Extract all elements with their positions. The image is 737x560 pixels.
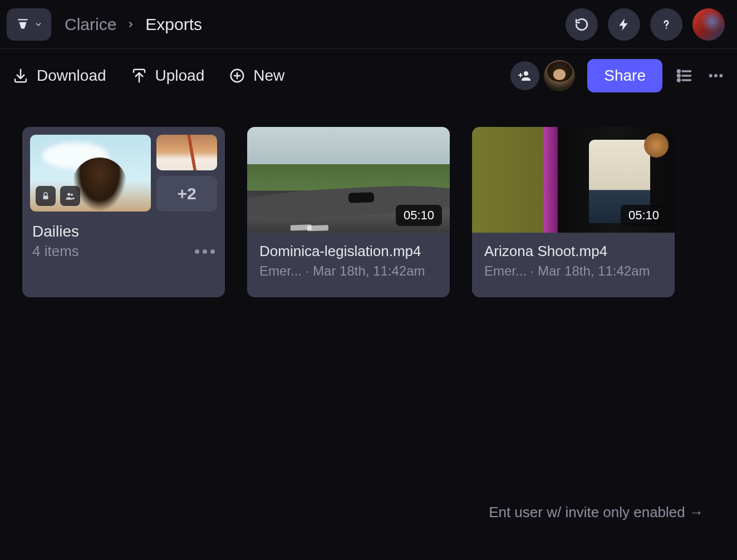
help-button[interactable] (650, 8, 682, 41)
folder-item-count: 4 items (32, 243, 79, 260)
upload-label: Upload (155, 67, 205, 85)
svg-point-7 (714, 74, 718, 77)
chevron-down-icon (35, 21, 42, 28)
file-subtitle: Emer... · Mar 18th, 11:42am (484, 263, 662, 279)
add-user-button[interactable] (510, 61, 539, 90)
action-bar: Download Upload New Share (0, 49, 737, 102)
folder-more-button[interactable] (195, 249, 215, 254)
footer-hint: Ent user w/ invite only enabled → (489, 504, 704, 521)
user-avatar[interactable] (692, 8, 725, 41)
refresh-button[interactable] (566, 8, 598, 41)
refresh-icon (574, 17, 589, 32)
list-icon (676, 67, 694, 85)
file-subtitle: Emer... · Mar 18th, 11:42am (259, 263, 438, 279)
upload-icon (131, 67, 148, 84)
svg-point-3 (677, 70, 680, 72)
file-title: Arizona Shoot.mp4 (484, 243, 662, 260)
locked-badge (36, 186, 56, 206)
svg-rect-9 (43, 195, 48, 199)
lock-icon (41, 191, 51, 201)
upload-button[interactable]: Upload (131, 67, 205, 85)
workspace-logo-icon (16, 17, 30, 32)
workspace-switcher[interactable] (7, 8, 51, 41)
folder-thumbnail-small (156, 135, 217, 170)
new-button[interactable]: New (229, 67, 284, 85)
svg-point-8 (719, 74, 723, 77)
file-thumbnail: 05:10 (472, 127, 675, 233)
svg-point-0 (666, 27, 667, 29)
download-label: Download (37, 67, 106, 85)
svg-point-10 (67, 193, 70, 195)
question-icon (659, 17, 674, 32)
chevron-right-icon (126, 20, 135, 29)
file-thumbnail: 05:10 (247, 127, 450, 233)
duration-badge: 05:10 (621, 205, 667, 226)
folder-thumbnail-main (30, 135, 151, 212)
transfers-button[interactable] (608, 8, 640, 41)
folder-tab-decoration (22, 127, 95, 130)
more-options-button[interactable] (707, 67, 725, 85)
svg-point-6 (709, 74, 713, 77)
add-user-icon (518, 69, 532, 82)
duration-badge: 05:10 (396, 205, 442, 226)
svg-point-2 (524, 71, 528, 76)
lightning-icon (617, 17, 631, 32)
share-button[interactable]: Share (587, 59, 662, 92)
file-card-dominica[interactable]: 05:10 Dominica-legislation.mp4 Emer... ·… (247, 127, 450, 297)
content-grid: +2 Dailies 4 items 05:10 Dominica-legisl… (0, 102, 737, 322)
plus-circle-icon (229, 67, 245, 84)
breadcrumb-parent[interactable]: Clarice (65, 15, 116, 34)
svg-point-4 (677, 75, 680, 77)
svg-point-11 (71, 194, 73, 196)
svg-point-5 (677, 79, 680, 81)
download-button[interactable]: Download (12, 67, 106, 85)
shared-badge (60, 186, 80, 206)
new-label: New (253, 67, 284, 85)
list-view-toggle[interactable] (676, 67, 694, 85)
people-icon (65, 191, 75, 201)
top-bar: Clarice Exports (0, 0, 737, 49)
collaborator-avatar[interactable] (544, 60, 575, 91)
breadcrumb-current: Exports (145, 15, 202, 34)
download-icon (12, 67, 29, 84)
dots-horizontal-icon (707, 67, 725, 85)
folder-more-count: +2 (156, 176, 217, 212)
folder-title: Dailies (32, 223, 215, 240)
folder-thumbnails: +2 (30, 135, 217, 212)
file-card-arizona[interactable]: 05:10 Arizona Shoot.mp4 Emer... · Mar 18… (472, 127, 675, 297)
folder-card-dailies[interactable]: +2 Dailies 4 items (22, 127, 225, 297)
file-title: Dominica-legislation.mp4 (259, 243, 438, 260)
breadcrumb: Clarice Exports (65, 15, 202, 34)
